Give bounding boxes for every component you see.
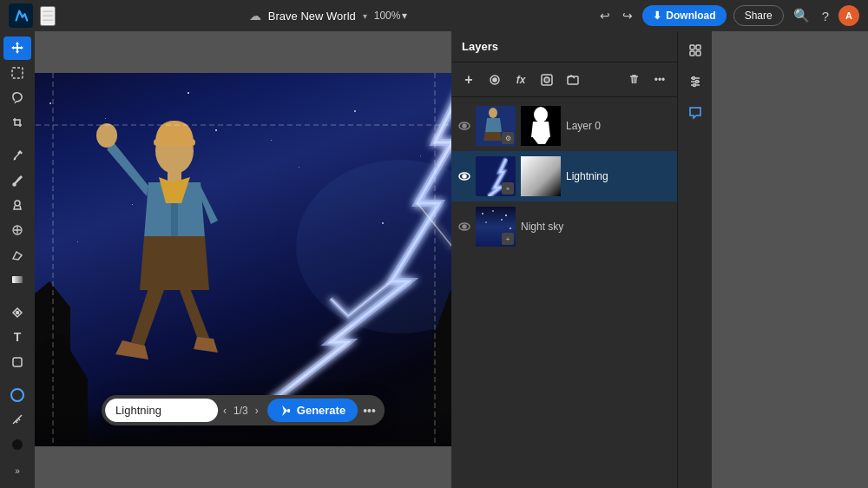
svg-point-6 — [16, 311, 19, 313]
zoom-chevron-icon: ▾ — [402, 10, 407, 22]
gradient-tool-button[interactable] — [3, 268, 31, 292]
main-area: T » — [0, 31, 868, 488]
topbar-center: ☁ Brave New World ▾ 100% ▾ — [66, 9, 590, 23]
svg-point-15 — [96, 123, 117, 148]
layer-thumbnail: + — [476, 156, 516, 196]
layer-thumb-settings-icon: ⚙ — [502, 132, 514, 144]
svg-point-30 — [534, 107, 548, 122]
text-tool-button[interactable]: T — [3, 326, 31, 349]
layer-thumbnail: + — [476, 207, 516, 247]
layer-item[interactable]: + Night sky — [451, 201, 677, 252]
right-section: Layers + fx — [451, 31, 868, 488]
far-right-icons — [677, 31, 712, 488]
svg-point-8 — [11, 389, 23, 401]
lasso-tool-button[interactable] — [3, 86, 31, 109]
brush-tool-button[interactable] — [3, 168, 31, 192]
help-button[interactable]: ? — [819, 6, 832, 26]
search-button[interactable]: 🔍 — [791, 5, 812, 26]
svg-point-28 — [489, 108, 497, 118]
generate-button[interactable]: Generate — [267, 399, 358, 422]
properties-panel-button[interactable] — [681, 36, 709, 64]
svg-rect-49 — [696, 51, 700, 56]
panel-header: Layers — [451, 31, 677, 63]
svg-rect-48 — [690, 51, 694, 56]
brush-layer-button[interactable] — [483, 68, 507, 92]
svg-rect-35 — [521, 156, 561, 196]
add-layer-button[interactable]: + — [457, 68, 481, 92]
pen-tool-button[interactable] — [3, 300, 31, 324]
layer-thumbnail: ⚙ — [476, 106, 516, 146]
prev-generation-button[interactable]: ‹ — [218, 401, 232, 420]
layer-item[interactable]: + — [451, 151, 677, 201]
stamp-tool-button[interactable] — [3, 194, 31, 217]
group-layers-button[interactable] — [561, 68, 585, 92]
black-swatch-button[interactable] — [3, 433, 31, 457]
heal-tool-button[interactable] — [3, 219, 31, 242]
svg-point-43 — [485, 221, 487, 223]
download-label: Download — [666, 10, 715, 22]
svg-point-21 — [493, 78, 496, 82]
generate-label: Generate — [297, 404, 345, 417]
more-tools-button[interactable]: » — [3, 459, 31, 483]
crop-tool-button[interactable] — [3, 111, 31, 135]
move-tool-button[interactable] — [3, 36, 31, 60]
svg-rect-5 — [12, 276, 23, 283]
canvas-wrapper: Lightning ‹ 1/3 › Generate ••• — [35, 73, 451, 446]
svg-rect-7 — [13, 358, 22, 366]
layer-name: Night sky — [521, 221, 670, 233]
panel-title: Layers — [462, 40, 667, 53]
user-avatar[interactable]: A — [838, 5, 859, 26]
svg-point-9 — [12, 439, 23, 450]
panel-more-button[interactable]: ••• — [648, 68, 672, 92]
canvas-area: Lightning ‹ 1/3 › Generate ••• — [35, 31, 451, 488]
layer-visibility-icon[interactable] — [458, 120, 470, 133]
layer-item[interactable]: ⚙ Layer 0 — [451, 101, 677, 151]
delete-layer-button[interactable] — [621, 68, 646, 92]
download-button[interactable]: ⬇ Download — [642, 5, 726, 26]
left-toolbar: T » — [0, 31, 35, 488]
shape-tool-button[interactable] — [3, 351, 31, 374]
next-generation-button[interactable]: › — [250, 401, 264, 420]
svg-point-26 — [463, 124, 466, 128]
eraser-tool-button[interactable] — [3, 243, 31, 267]
layer-name: Lightning — [566, 170, 670, 182]
svg-rect-12 — [154, 139, 195, 146]
svg-point-42 — [505, 214, 507, 216]
generate-input[interactable]: Lightning — [105, 399, 218, 422]
project-dropdown-icon[interactable]: ▾ — [363, 11, 367, 21]
selection-tool-button[interactable] — [3, 62, 31, 85]
layer-visibility-icon[interactable] — [458, 170, 470, 183]
svg-point-2 — [13, 183, 16, 186]
fx-button[interactable]: fx — [509, 68, 533, 92]
adjustments-panel-button[interactable] — [681, 68, 709, 96]
canvas-image[interactable] — [35, 73, 451, 446]
svg-point-45 — [510, 228, 511, 229]
svg-point-3 — [15, 201, 20, 206]
layer-mask-thumbnail — [521, 156, 561, 196]
svg-rect-46 — [690, 45, 694, 49]
svg-point-37 — [463, 225, 466, 228]
eyedropper-tool-button[interactable] — [3, 143, 31, 167]
mask-layer-button[interactable] — [535, 68, 559, 92]
comment-panel-button[interactable] — [681, 99, 709, 127]
share-button[interactable]: Share — [733, 5, 784, 26]
layer-thumb-add-icon: + — [502, 233, 514, 245]
layer-mask-thumbnail — [521, 106, 561, 146]
svg-point-40 — [482, 213, 483, 214]
layers-list: ⚙ Layer 0 — [451, 97, 677, 488]
svg-point-41 — [492, 210, 494, 212]
svg-point-50 — [692, 77, 694, 80]
zoom-control[interactable]: 100% ▾ — [374, 10, 408, 22]
ruler-tool-button[interactable] — [3, 408, 31, 432]
ellipse-tool-button[interactable] — [3, 383, 31, 406]
hamburger-menu-icon[interactable]: ☰ — [40, 6, 56, 26]
undo-button[interactable]: ↩ — [597, 6, 613, 25]
layer-visibility-icon[interactable] — [458, 221, 470, 234]
redo-button[interactable]: ↪ — [620, 6, 635, 25]
app-logo — [9, 3, 33, 28]
svg-point-23 — [544, 77, 549, 82]
generate-more-options-button[interactable]: ••• — [358, 400, 381, 421]
svg-point-44 — [501, 219, 503, 221]
generation-counter: 1/3 — [232, 405, 250, 417]
topbar: ☰ ☁ Brave New World ▾ 100% ▾ ↩ ↪ ⬇ Downl… — [0, 0, 868, 31]
